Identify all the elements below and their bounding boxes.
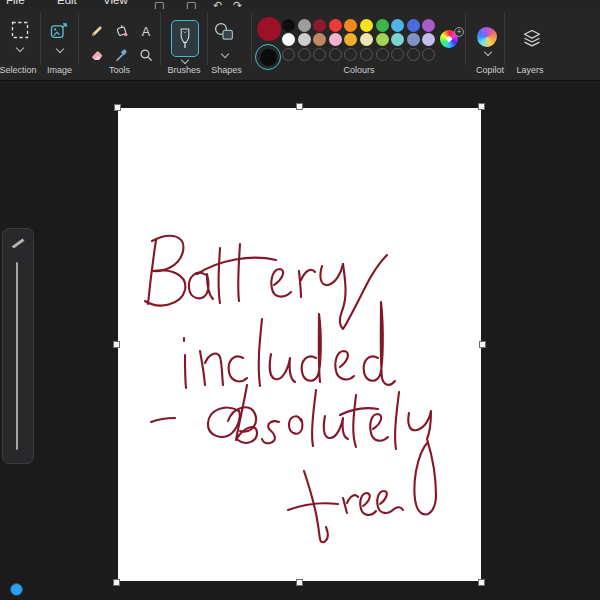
palette-swatch[interactable] <box>407 33 420 46</box>
palette-swatch[interactable] <box>376 19 389 32</box>
palette-swatch[interactable] <box>422 33 435 46</box>
palette-empty-slot[interactable] <box>329 48 342 61</box>
separator <box>504 13 505 65</box>
palette-swatch[interactable] <box>298 19 311 32</box>
palette-swatch[interactable] <box>360 33 373 46</box>
resize-handle-bottom-right[interactable] <box>478 579 485 586</box>
eraser-tool-button[interactable] <box>88 46 106 64</box>
colour-palette <box>282 19 435 63</box>
ink-stroke <box>189 273 213 299</box>
chevron-down-icon[interactable] <box>484 48 492 56</box>
resize-handle-bottom-left[interactable] <box>113 579 120 586</box>
palette-swatch[interactable] <box>391 33 404 46</box>
eyedropper-tool-button[interactable] <box>113 46 131 64</box>
palette-empty-slot[interactable] <box>313 48 326 61</box>
palette-swatch[interactable] <box>329 19 342 32</box>
chevron-down-icon[interactable] <box>181 56 189 64</box>
selection-tool-button[interactable] <box>11 21 29 39</box>
colour2-well[interactable] <box>260 49 277 66</box>
colour1-well[interactable] <box>257 17 281 41</box>
palette-swatch[interactable] <box>313 19 326 32</box>
menu-edit[interactable]: Edit <box>57 0 77 6</box>
save-as-icon[interactable]: ▢ <box>186 0 196 9</box>
eraser-icon <box>90 48 104 62</box>
palette-swatch[interactable] <box>298 33 311 46</box>
resize-handle-top-center[interactable] <box>296 103 303 110</box>
ink-stroke <box>343 495 358 513</box>
palette-swatch[interactable] <box>422 19 435 32</box>
palette-empty-slot[interactable] <box>344 48 357 61</box>
palette-swatch[interactable] <box>282 19 295 32</box>
ink-stroke <box>288 471 338 542</box>
shapes-icon <box>213 22 235 42</box>
resize-handle-top-left[interactable] <box>114 104 121 111</box>
drawing-canvas[interactable] <box>118 108 481 581</box>
resize-handle-mid-right[interactable] <box>479 341 486 348</box>
ink-stroke <box>262 421 279 443</box>
ink-stroke <box>408 411 436 514</box>
chevron-down-icon[interactable] <box>56 45 64 53</box>
pencil-tool-button[interactable] <box>88 22 106 40</box>
magnifier-tool-button[interactable] <box>137 46 155 64</box>
ink-stroke <box>197 258 276 274</box>
ink-stroke <box>185 355 186 388</box>
palette-swatch[interactable] <box>407 19 420 32</box>
ink-stroke <box>360 493 376 515</box>
palette-swatch[interactable] <box>376 33 389 46</box>
copilot-button[interactable] <box>477 27 497 47</box>
resize-handle-mid-left[interactable] <box>113 341 120 348</box>
separator <box>78 13 79 65</box>
separator <box>40 13 41 65</box>
menu-file[interactable]: File <box>6 0 25 6</box>
layers-button[interactable] <box>522 29 542 47</box>
ink-stroke <box>151 418 175 422</box>
shapes-button[interactable] <box>213 23 235 41</box>
thickness-icon <box>10 236 26 249</box>
palette-swatch[interactable] <box>344 19 357 32</box>
palette-empty-slot[interactable] <box>407 48 420 61</box>
ribbon-toolbar: Selection Image <box>0 9 600 81</box>
ink-stroke <box>289 416 302 433</box>
resize-handle-bottom-center[interactable] <box>296 579 303 586</box>
palette-empty-slot[interactable] <box>422 48 435 61</box>
fill-tool-button[interactable] <box>113 22 131 40</box>
palette-swatch[interactable] <box>344 33 357 46</box>
ink-stroke <box>270 354 295 382</box>
separator <box>160 13 161 65</box>
paint-app-window: File Edit View ▢ ▢ ↶ ↷ Selection <box>0 0 600 600</box>
undo-icon[interactable]: ↶ <box>213 0 222 9</box>
palette-swatch[interactable] <box>329 33 342 46</box>
separator <box>251 13 252 65</box>
chevron-down-icon[interactable] <box>221 50 229 58</box>
size-slider-thumb[interactable] <box>10 583 23 596</box>
selection-icon <box>11 21 29 39</box>
palette-empty-slot[interactable] <box>360 48 373 61</box>
handwriting-ink <box>118 108 481 581</box>
chevron-down-icon[interactable] <box>16 44 24 52</box>
palette-empty-slot[interactable] <box>298 48 311 61</box>
ink-stroke <box>218 248 220 303</box>
brushes-button-selected[interactable] <box>171 20 199 57</box>
text-tool-button[interactable]: A <box>137 22 155 40</box>
palette-swatch[interactable] <box>360 19 373 32</box>
palette-empty-slot[interactable] <box>282 48 295 61</box>
palette-empty-slot[interactable] <box>391 48 404 61</box>
ink-stroke <box>229 356 247 381</box>
tools-group-label: Tools <box>79 65 160 75</box>
palette-empty-slot[interactable] <box>376 48 389 61</box>
palette-swatch[interactable] <box>313 33 326 46</box>
save-icon[interactable]: ▢ <box>154 0 164 9</box>
shapes-group-label: Shapes <box>205 65 248 75</box>
ink-stroke <box>238 244 240 301</box>
svg-text:A: A <box>142 25 151 39</box>
palette-swatch[interactable] <box>391 19 404 32</box>
colours-group-label: Colours <box>253 65 465 75</box>
menu-view[interactable]: View <box>103 0 128 6</box>
menu-bar: File Edit View ▢ ▢ ↶ ↷ <box>0 0 600 9</box>
redo-icon[interactable]: ↷ <box>233 0 242 9</box>
image-tool-button[interactable] <box>50 22 68 40</box>
palette-swatch[interactable] <box>282 33 295 46</box>
size-slider-track[interactable] <box>16 262 19 450</box>
resize-handle-top-right[interactable] <box>478 103 485 110</box>
image-group-label: Image <box>41 65 78 75</box>
